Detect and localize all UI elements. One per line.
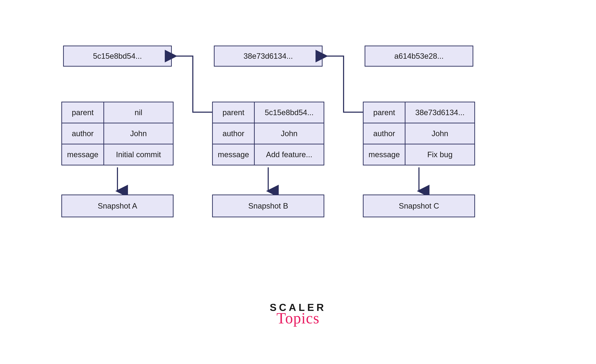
table-row: author John	[62, 123, 173, 144]
table-row: parent nil	[62, 102, 173, 123]
commit-metadata-table: parent nil author John message Initial c…	[61, 102, 173, 165]
snapshot-box: Snapshot A	[61, 194, 173, 217]
field-key: parent	[62, 102, 104, 123]
table-row: message Add feature...	[212, 144, 324, 165]
field-key: message	[212, 144, 254, 165]
table-row: message Initial commit	[62, 144, 173, 165]
field-value: 5c15e8bd54...	[254, 102, 324, 123]
field-value: Add feature...	[254, 144, 324, 165]
field-value: nil	[104, 102, 173, 123]
commit-metadata-table: parent 5c15e8bd54... author John message…	[212, 102, 324, 165]
table-row: message Fix bug	[363, 144, 475, 165]
table-row: author John	[363, 123, 475, 144]
field-key: message	[62, 144, 104, 165]
field-key: author	[363, 123, 405, 144]
snapshot-label: Snapshot B	[248, 201, 288, 210]
field-value: Initial commit	[104, 144, 173, 165]
field-key: parent	[363, 102, 405, 123]
scaler-topics-logo: SCALER Topics	[270, 301, 326, 327]
field-key: parent	[212, 102, 254, 123]
field-value: Fix bug	[405, 144, 475, 165]
field-value: John	[104, 123, 173, 144]
snapshot-label: Snapshot A	[98, 201, 137, 210]
snapshot-box: Snapshot C	[363, 194, 475, 217]
table-row: author John	[212, 123, 324, 144]
table-row: parent 38e73d6134...	[363, 102, 475, 123]
table-row: parent 5c15e8bd54...	[212, 102, 324, 123]
field-value: 38e73d6134...	[405, 102, 475, 123]
snapshot-label: Snapshot C	[399, 201, 439, 210]
field-key: author	[212, 123, 254, 144]
field-key: author	[62, 123, 104, 144]
diagram-canvas: 5c15e8bd54... 38e73d6134... a614b53e28..…	[0, 0, 596, 364]
commit-metadata-table: parent 38e73d6134... author John message…	[363, 102, 475, 165]
field-value: John	[254, 123, 324, 144]
logo-line2: Topics	[270, 309, 326, 327]
field-value: John	[405, 123, 475, 144]
snapshot-box: Snapshot B	[212, 194, 324, 217]
field-key: message	[363, 144, 405, 165]
